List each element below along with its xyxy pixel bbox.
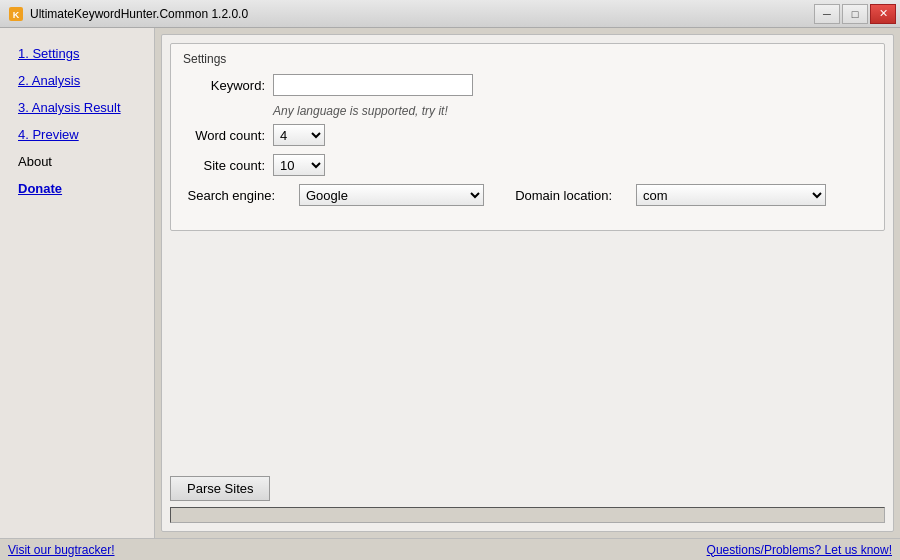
app-icon: K [8,6,24,22]
word-count-select[interactable]: 1 2 3 4 5 6 [273,124,325,146]
sidebar-item-analysis-result[interactable]: 3. Analysis Result [0,94,154,121]
maximize-button[interactable]: □ [842,4,868,24]
site-count-select[interactable]: 5 10 15 20 25 [273,154,325,176]
close-button[interactable]: ✕ [870,4,896,24]
domain-location-label: Domain location: [500,188,620,203]
domain-location-select[interactable]: com co.uk com.au ca de fr [636,184,826,206]
bug-tracker-link[interactable]: Visit our bugtracker! [8,543,115,557]
main-area: 1. Settings 2. Analysis 3. Analysis Resu… [0,28,900,538]
bottom-area: Parse Sites [170,476,885,523]
settings-group-label: Settings [183,52,872,66]
word-count-row: Word count: 1 2 3 4 5 6 [183,124,872,146]
help-link[interactable]: Questions/Problems? Let us know! [707,543,892,557]
title-bar: K UltimateKeywordHunter.Common 1.2.0.0 ─… [0,0,900,28]
content-body [170,241,885,476]
sidebar-label-settings: 1. Settings [18,46,79,61]
sidebar-label-preview: 4. Preview [18,127,79,142]
search-engine-select[interactable]: Google Bing Yahoo [299,184,484,206]
title-bar-left: K UltimateKeywordHunter.Common 1.2.0.0 [8,6,248,22]
minimize-button[interactable]: ─ [814,4,840,24]
title-controls: ─ □ ✕ [814,4,896,24]
content-area: Settings Keyword: Any language is suppor… [161,34,894,532]
word-count-label: Word count: [183,128,273,143]
sidebar: 1. Settings 2. Analysis 3. Analysis Resu… [0,28,155,538]
keyword-row: Keyword: [183,74,872,96]
site-count-row: Site count: 5 10 15 20 25 [183,154,872,176]
sidebar-label-analysis-result: 3. Analysis Result [18,100,121,115]
parse-sites-button[interactable]: Parse Sites [170,476,270,501]
sidebar-label-analysis: 2. Analysis [18,73,80,88]
search-engine-label: Search engine: [183,188,283,203]
sidebar-label-donate: Donate [18,181,62,196]
keyword-hint: Any language is supported, try it! [273,104,872,118]
sidebar-item-donate[interactable]: Donate [0,175,154,202]
site-count-label: Site count: [183,158,273,173]
keyword-input[interactable] [273,74,473,96]
sidebar-item-analysis[interactable]: 2. Analysis [0,67,154,94]
svg-text:K: K [13,10,20,20]
sidebar-item-about[interactable]: About [0,148,154,175]
keyword-label: Keyword: [183,78,273,93]
status-bar: Visit our bugtracker! Questions/Problems… [0,538,900,560]
sidebar-label-about: About [18,154,52,169]
sidebar-item-preview[interactable]: 4. Preview [0,121,154,148]
window-title: UltimateKeywordHunter.Common 1.2.0.0 [30,7,248,21]
progress-bar [170,507,885,523]
search-engine-row: Search engine: Google Bing Yahoo Domain … [183,184,872,206]
sidebar-item-settings[interactable]: 1. Settings [0,40,154,67]
settings-group: Settings Keyword: Any language is suppor… [170,43,885,231]
